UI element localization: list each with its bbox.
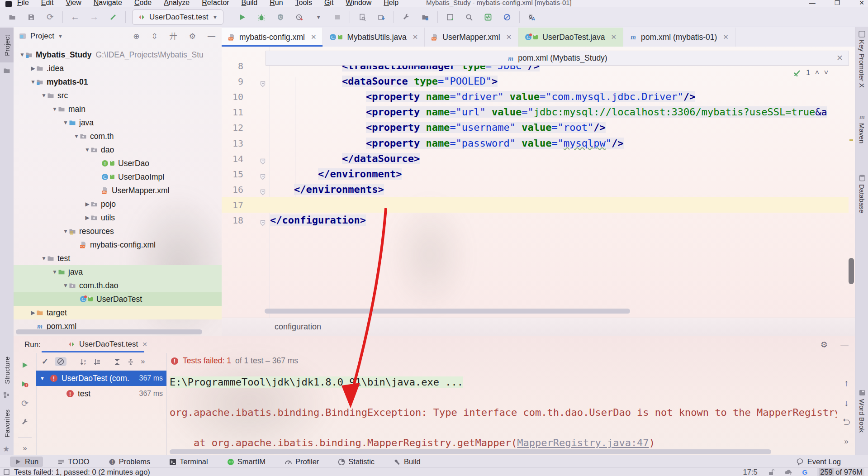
menu-item-file[interactable]: File — [17, 0, 29, 7]
collapse-all-icon[interactable]: ⼶ — [170, 31, 177, 42]
tool-window-tab-statistic[interactable]: Statistic — [333, 457, 379, 467]
menu-item-analyze[interactable]: Analyze — [164, 0, 190, 7]
run-button[interactable] — [237, 11, 248, 23]
editor-tab-mybatisutils-java[interactable]: CMybatisUtils.java✕ — [323, 28, 425, 47]
event-log-button[interactable]: Event Log — [796, 457, 841, 466]
tree-chevron-icon[interactable]: ▼ — [62, 228, 69, 234]
cpu-chart-button[interactable] — [482, 11, 494, 23]
menu-item-run[interactable]: Run — [270, 0, 283, 7]
auto-test-button[interactable]: ⟳ — [19, 397, 31, 409]
settings-gear-icon[interactable]: ⚙ — [821, 340, 828, 350]
arrow-up-button[interactable]: ↑ — [844, 378, 849, 388]
menu-item-navigate[interactable]: Navigate — [94, 0, 122, 7]
close-icon[interactable]: ✕ — [506, 33, 512, 41]
tree-item-dao[interactable]: ▼dao — [14, 143, 222, 157]
tool-window-tab-smartim[interactable]: SmartIM — [223, 457, 270, 467]
run-configuration-selector[interactable]: UserDaoTest.test▼ — [132, 10, 223, 25]
tree-chevron-icon[interactable]: ▼ — [40, 376, 46, 381]
code-line-17[interactable]: 17 — [222, 197, 849, 213]
close-icon[interactable]: ✕ — [413, 33, 418, 41]
tree-item-userdaoimpl[interactable]: CUserDaoImpl — [14, 170, 222, 184]
inspection-widget[interactable]: 1 ˄ ˅ — [792, 68, 828, 77]
code-line-11[interactable]: 11 <property name="url" value="jdbc:mysq… — [222, 105, 855, 120]
code-line-10[interactable]: 10 <property name="driver" value="com.my… — [222, 89, 855, 105]
open-file-button[interactable] — [6, 11, 18, 23]
tree-item-com-th[interactable]: ▼com.th — [14, 129, 222, 143]
tree-chevron-icon[interactable]: ▼ — [84, 147, 90, 153]
tree-chevron-icon[interactable]: ▶ — [30, 309, 36, 316]
project-structure-button[interactable] — [419, 11, 431, 23]
test-tree-item-test[interactable]: !test367 ms — [36, 386, 166, 401]
pinned-file-bar[interactable]: m pom.xml (Mybatis_Study) ✕ — [266, 51, 849, 66]
tree-item-mybatis-01[interactable]: ▼mybatis-01 — [14, 75, 222, 89]
run-panel-splitter[interactable] — [166, 353, 167, 455]
caret-position[interactable]: 17:5 — [743, 468, 757, 476]
tool-tab-database[interactable]: Database — [855, 174, 868, 213]
tree-item-java[interactable]: ▼java — [14, 116, 222, 129]
wrench-button[interactable] — [19, 416, 31, 428]
close-icon[interactable]: ✕ — [836, 53, 843, 63]
expand-all-icon[interactable]: ⇳ — [152, 32, 158, 41]
tool-tab-favorites[interactable]: Favorites — [0, 404, 14, 443]
menu-item-build[interactable]: Build — [242, 0, 258, 7]
code-line-12[interactable]: 12 <property name="username" value="root… — [222, 120, 855, 135]
status-message[interactable]: Tests failed: 1, passed: 0 (2 minutes ag… — [4, 468, 150, 476]
no-entry-small-button[interactable] — [55, 357, 66, 367]
tool-window-tab-todo[interactable]: TODO — [53, 457, 94, 467]
project-horizontal-scrollbar[interactable] — [16, 329, 202, 334]
no-entry-button[interactable] — [501, 11, 513, 23]
settings-gear-icon[interactable]: ⚙ — [189, 32, 196, 41]
minimize-button[interactable]: — — [809, 0, 816, 6]
tree-item-src[interactable]: ▼src — [14, 89, 222, 102]
tool-window-tab-profiler[interactable]: Profiler — [280, 457, 323, 467]
tree-item-mybatis-config-xml[interactable]: <>mybatis-config.xml — [14, 238, 222, 252]
tree-item-target[interactable]: ▶target — [14, 306, 222, 319]
tree-item--idea[interactable]: ▶.idea — [14, 62, 222, 75]
soft-wrap-button[interactable]: ⮌ — [842, 417, 850, 427]
tree-chevron-icon[interactable]: ▼ — [73, 133, 80, 139]
translate-button[interactable]: A — [526, 11, 538, 23]
tree-item-usermapper-xml[interactable]: <>UserMapper.xml — [14, 184, 222, 197]
sync-button[interactable]: ⟳ — [44, 11, 56, 23]
close-icon[interactable]: ✕ — [142, 341, 147, 348]
tool-tab-key-promoter-x[interactable]: Key Promoter X — [855, 40, 868, 88]
tool-tab-word-book[interactable]: Word Book — [855, 389, 868, 433]
tree-item-utils[interactable]: ▶utils — [14, 211, 222, 224]
tree-item-userdaotest[interactable]: CUserDaoTest — [14, 292, 222, 306]
sort-list-button[interactable] — [93, 357, 100, 366]
sort-az-button[interactable]: az — [80, 357, 87, 366]
tree-chevron-icon[interactable]: ▼ — [41, 92, 47, 99]
chevron-down-icon[interactable]: ▼ — [58, 33, 63, 39]
editor-tab-pom-xml-mybatis-01-[interactable]: mpom.xml (mybatis-01)✕ — [623, 28, 735, 47]
close-icon[interactable]: ✕ — [311, 33, 317, 41]
tree-item-test[interactable]: ▼test — [14, 252, 222, 265]
menu-item-git[interactable]: Git — [324, 0, 333, 7]
cell-button[interactable] — [444, 11, 456, 23]
project-panel-title[interactable]: Project — [30, 32, 54, 41]
menu-item-help[interactable]: Help — [384, 0, 398, 7]
memory-indicator[interactable]: 259 of 976M — [817, 468, 864, 476]
maximize-button[interactable]: ❐ — [835, 0, 840, 6]
save-all-button[interactable] — [25, 11, 37, 23]
tool-tab-structure[interactable]: Structure — [0, 351, 14, 390]
locate-icon[interactable]: ⊕ — [133, 32, 139, 41]
menu-item-tools[interactable]: Tools — [295, 0, 312, 7]
tree-item-com-th-dao[interactable]: ▼com.th.dao — [14, 279, 222, 292]
stacktrace-link[interactable]: MapperRegistry.java:47 — [517, 437, 649, 448]
collapse-all-button[interactable] — [127, 357, 134, 366]
menu-item-code[interactable]: Code — [134, 0, 152, 7]
arrow-down-button[interactable]: ↓ — [844, 397, 849, 408]
menu-item-view[interactable]: View — [66, 0, 81, 7]
menu-item-edit[interactable]: Edit — [41, 0, 54, 7]
hide-panel-icon[interactable]: — — [208, 32, 215, 41]
tree-chevron-icon[interactable]: ▼ — [52, 106, 58, 112]
forward-button[interactable]: → — [88, 11, 100, 23]
editor-area[interactable]: 8 <transactionManager type="JDBC"/>9 <da… — [222, 47, 855, 318]
tool-window-tab-build[interactable]: Build — [389, 457, 425, 467]
code-line-14[interactable]: 14 </dataSource> — [222, 151, 855, 167]
tree-item-mybatis-study[interactable]: ▼Mybatis_StudyG:\IDEA_Projects\Mybatis_S… — [14, 48, 222, 62]
coverage-button[interactable]: C — [275, 11, 286, 23]
profiler-caret-button[interactable]: ▼ — [313, 11, 324, 23]
more-button[interactable]: » — [844, 436, 848, 446]
package-download-button[interactable] — [375, 11, 387, 23]
